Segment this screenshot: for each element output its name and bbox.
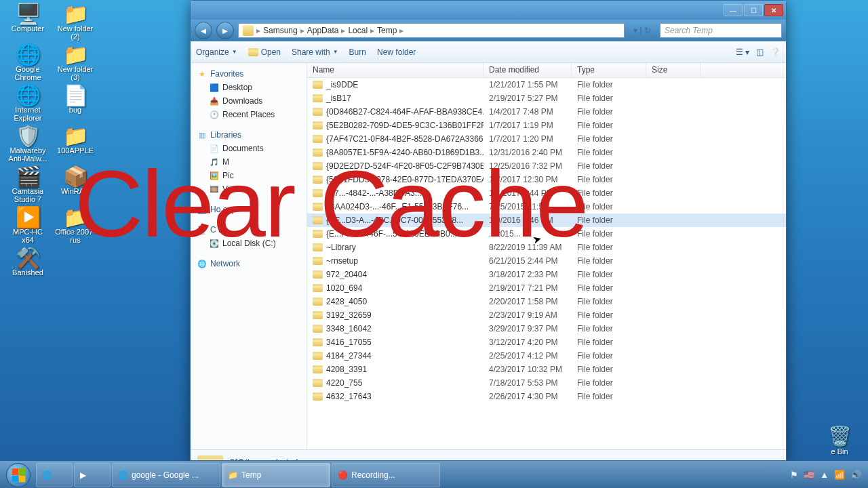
- desktop-icon[interactable]: 📁New folder (3): [53, 43, 98, 83]
- sidebar-item-desktop[interactable]: 🟦Desktop: [193, 81, 304, 94]
- sidebar-item-videos[interactable]: 🎞️Vi: [193, 182, 304, 196]
- back-button[interactable]: ◄: [195, 22, 212, 39]
- table-row[interactable]: 1020_6942/19/2017 7:21 PMFile folder: [307, 281, 786, 295]
- table-row[interactable]: {B7...-4842-...-A38DDA3...1/4/2017 7:44 …: [307, 186, 786, 200]
- task-explorer[interactable]: 📁 Temp: [222, 463, 330, 487]
- table-row[interactable]: {DF...D3-A...-4BC...9C7-00F4553D8...1/9/…: [307, 214, 786, 227]
- folder-icon: [313, 298, 323, 306]
- table-row[interactable]: 3192_326592/23/2017 9:19 AMFile folder: [307, 308, 786, 322]
- desktop-icon[interactable]: 📄bug: [53, 84, 98, 123]
- desktop-icon[interactable]: 🌐Internet Explorer: [5, 84, 50, 123]
- table-row[interactable]: 4208_33914/23/2017 10:32 PMFile folder: [307, 363, 786, 376]
- recycle-bin[interactable]: 🗑️e Bin: [819, 425, 860, 455]
- start-button[interactable]: [1, 462, 35, 489]
- table-row[interactable]: {7AF47C21-0F84-4B2F-8528-DA672A3366...1/…: [307, 132, 786, 146]
- toolbar: Organize ▼ Open Share with ▼ Burn New fo…: [191, 41, 786, 63]
- open-button[interactable]: Open: [248, 47, 281, 57]
- folder-icon: [313, 392, 323, 401]
- sidebar-item-music[interactable]: 🎵M: [193, 155, 304, 169]
- table-row[interactable]: 2428_40502/20/2017 1:58 PMFile folder: [307, 295, 786, 308]
- explorer-window: — ☐ ✕ ◄ ► ▸Samsung ▸AppData ▸Local ▸Temp…: [190, 0, 787, 461]
- libraries-icon: ▥: [197, 130, 207, 140]
- col-name[interactable]: Name: [307, 63, 484, 77]
- table-row[interactable]: 3348_160423/29/2017 9:37 PMFile folder: [307, 322, 786, 336]
- desktop-icon[interactable]: 🌐Google Chrome: [5, 43, 50, 83]
- search-input[interactable]: Search Temp: [660, 23, 782, 38]
- folder-icon: [243, 25, 254, 36]
- sidebar-favorites[interactable]: ★Favorites: [193, 67, 304, 81]
- sidebar-libraries[interactable]: ▥Libraries: [193, 128, 304, 142]
- table-row[interactable]: {8A8057E1-5F9A-4240-AB60-D1869D1B3...12/…: [307, 146, 786, 159]
- refresh-button[interactable]: ▾ | ↻: [629, 26, 656, 35]
- sidebar-item-localdisk[interactable]: 💽Local Disk (C:): [193, 237, 304, 250]
- titlebar[interactable]: — ☐ ✕: [191, 1, 786, 20]
- pinned-ie[interactable]: 🌐: [36, 463, 73, 487]
- file-rows[interactable]: _is9DDE1/21/2017 1:55 PMFile folder_isB1…: [307, 78, 786, 449]
- sidebar-network[interactable]: 🌐Network: [193, 257, 304, 270]
- breadcrumb[interactable]: ▸Samsung ▸AppData ▸Local ▸Temp ▸: [238, 23, 625, 38]
- col-size[interactable]: Size: [646, 63, 701, 77]
- sidebar-item-documents[interactable]: 📄Documents: [193, 142, 304, 155]
- table-row[interactable]: 4184_273442/25/2017 4:12 PMFile folder: [307, 349, 786, 363]
- help-icon[interactable]: ❔: [770, 47, 781, 57]
- close-button[interactable]: ✕: [764, 4, 783, 16]
- task-recording[interactable]: 🔴 Recording...: [332, 463, 440, 487]
- table-row[interactable]: {0D846B27-C824-464F-AFAF-BBA938CE4...1/4…: [307, 105, 786, 119]
- folder-icon: [313, 284, 323, 292]
- table-row[interactable]: 4632_176432/26/2017 4:30 PMFile folder: [307, 390, 786, 403]
- table-row[interactable]: {5E2B0282-709D-4DE5-9C3C-136B01FF2F...1/…: [307, 119, 786, 132]
- pinned-wmp[interactable]: ▶: [74, 463, 111, 487]
- view-menu-icon[interactable]: ☰ ▾: [736, 47, 749, 57]
- taskbar: 🌐 ▶ 🌐 google - Google ... 📁 Temp 🔴 Recor…: [0, 461, 868, 488]
- table-row[interactable]: {52B1FDD3-4978-42E0-877D-17EDA370EA...1/…: [307, 173, 786, 186]
- table-row[interactable]: _isB172/19/2017 5:27 PMFile folder: [307, 92, 786, 105]
- sidebar-homegroup[interactable]: 👥Ho oup: [193, 203, 304, 216]
- organize-menu[interactable]: Organize ▼: [196, 47, 237, 57]
- desktop-icon[interactable]: 🎬Camtasia Studio 7: [5, 165, 50, 205]
- tray-icon[interactable]: ▲: [820, 470, 829, 480]
- table-row[interactable]: 972_204043/18/2017 2:33 PMFile folder: [307, 268, 786, 281]
- desktop-icon[interactable]: ▶️MPC-HC x64: [5, 206, 50, 245]
- col-type[interactable]: Type: [572, 63, 646, 77]
- column-headers[interactable]: Name Date modified Type Size: [307, 63, 786, 78]
- table-row[interactable]: ~Library8/22/2019 11:39 AMFile folder: [307, 241, 786, 254]
- table-row[interactable]: {9D2E2D7D-524F-4F20-8F05-C2F9B7430B...12…: [307, 159, 786, 173]
- sidebar-computer[interactable]: 🖥️C r: [193, 223, 304, 237]
- system-tray[interactable]: ⚑ 🇺🇸 ▲ 📶 🔊: [785, 470, 867, 480]
- new-folder-button[interactable]: New folder: [377, 47, 416, 57]
- table-row[interactable]: {CAA024D3-...-46F...E1-55703BEF76...7/25…: [307, 200, 786, 214]
- table-row[interactable]: _is9DDE1/21/2017 1:55 PMFile folder: [307, 78, 786, 92]
- folder-icon: [313, 176, 323, 184]
- maximize-button[interactable]: ☐: [744, 4, 763, 16]
- sidebar-item-downloads[interactable]: 📥Downloads: [193, 94, 304, 108]
- sidebar-item-pictures[interactable]: 🖼️Pic: [193, 169, 304, 182]
- table-row[interactable]: ~rnsetup6/21/2015 2:44 PMFile folder: [307, 254, 786, 268]
- volume-icon[interactable]: 🔊: [850, 470, 861, 480]
- col-date[interactable]: Date modified: [484, 63, 572, 77]
- table-row[interactable]: {E...F8-5...446F-...5-E160EE0CB0......20…: [307, 227, 786, 241]
- task-chrome[interactable]: 🌐 google - Google ...: [112, 463, 220, 487]
- desktop-icon[interactable]: 📁New folder (2): [53, 3, 98, 42]
- desktop-icons-col2: 📁New folder (2)📁New folder (3)📄bug📁100AP…: [53, 3, 98, 245]
- burn-button[interactable]: Burn: [349, 47, 366, 57]
- network-icon[interactable]: 📶: [834, 470, 845, 480]
- folder-icon: [313, 108, 323, 116]
- sidebar-item-recent[interactable]: 🕐Recent Places: [193, 108, 304, 121]
- desktop-icon[interactable]: 📁100APPLE: [53, 125, 98, 164]
- desktop-icon[interactable]: 📦WinRAR: [53, 165, 98, 205]
- minimize-button[interactable]: —: [724, 4, 743, 16]
- table-row[interactable]: 3416_170553/12/2017 4:20 PMFile folder: [307, 336, 786, 349]
- desktop-icon[interactable]: 🛡️Malwareby Anti-Malw...: [5, 125, 50, 164]
- preview-pane-icon[interactable]: ◫: [756, 47, 764, 57]
- lang-icon[interactable]: 🇺🇸: [804, 470, 814, 480]
- table-row[interactable]: 4220_7557/18/2017 5:53 PMFile folder: [307, 376, 786, 390]
- share-menu[interactable]: Share with ▼: [292, 47, 338, 57]
- desktop-icon[interactable]: ⚒️Banished: [5, 247, 50, 286]
- forward-button[interactable]: ►: [216, 22, 234, 39]
- folder-icon: [197, 455, 223, 462]
- flag-icon[interactable]: ⚑: [790, 470, 798, 480]
- desktop-icon[interactable]: 📁Office 2007-rus: [53, 206, 98, 245]
- desktop-icon[interactable]: 🖥️Computer: [5, 3, 50, 42]
- sidebar: ★Favorites 🟦Desktop 📥Downloads 🕐Recent P…: [191, 63, 307, 449]
- folder-icon: [313, 325, 323, 333]
